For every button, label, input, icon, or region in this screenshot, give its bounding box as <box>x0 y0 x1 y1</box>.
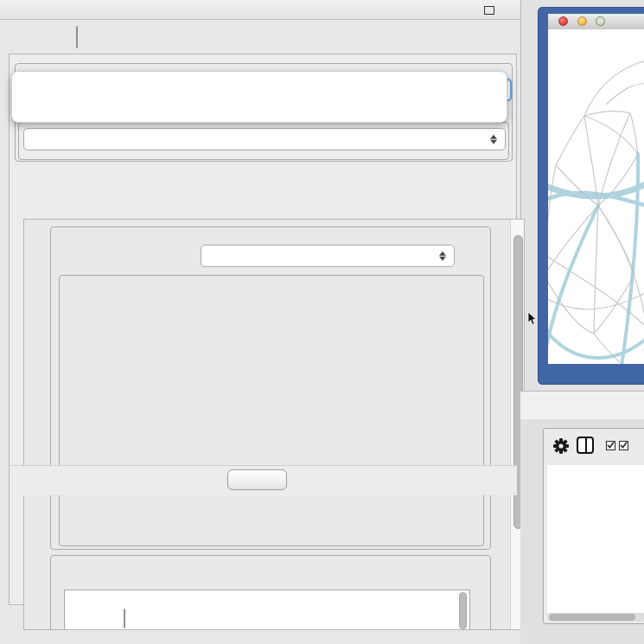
settings-scrollpane <box>23 219 525 630</box>
network-view-window <box>538 7 644 385</box>
node-table[interactable] <box>547 465 644 613</box>
apply-button[interactable] <box>227 469 287 490</box>
combo-arrows-icon <box>490 133 497 146</box>
minimize-traffic-light-icon[interactable] <box>577 16 587 26</box>
control-panel-window <box>0 0 521 644</box>
combo-arrows-icon <box>439 250 446 263</box>
network-canvas[interactable] <box>548 29 644 364</box>
table-header-row <box>547 465 644 488</box>
list-scrollbar-thumb[interactable] <box>459 592 467 629</box>
discretization-main-panel <box>9 54 517 605</box>
table-hscrollbar-track[interactable] <box>547 613 644 622</box>
number-of-intervals-combobox[interactable] <box>201 245 455 267</box>
bottom-tab-bar <box>124 609 125 628</box>
application-root <box>0 0 644 644</box>
network-window-titlebar <box>548 14 644 30</box>
table-panel-body <box>520 419 644 644</box>
close-traffic-light-icon[interactable] <box>558 16 568 26</box>
mouse-cursor <box>527 311 538 329</box>
table-hscrollbar-thumb[interactable] <box>549 614 635 621</box>
table-panel-inner <box>543 428 644 624</box>
checkbox-icon[interactable] <box>619 441 628 450</box>
gear-icon[interactable] <box>552 437 570 455</box>
algorithm-dropdown-popup <box>11 71 507 123</box>
table-data-combobox[interactable] <box>23 128 506 150</box>
apply-button-area <box>10 465 517 495</box>
table-panel-titlebar <box>520 391 644 420</box>
thresholds-group <box>59 275 484 546</box>
zoom-traffic-light-icon[interactable] <box>596 16 605 26</box>
column-selector-icon[interactable] <box>577 437 594 454</box>
control-panel-titlebar <box>0 0 520 20</box>
checkbox-icon[interactable] <box>606 441 615 450</box>
float-window-icon[interactable] <box>484 6 494 15</box>
top-tab-bar <box>76 26 78 48</box>
